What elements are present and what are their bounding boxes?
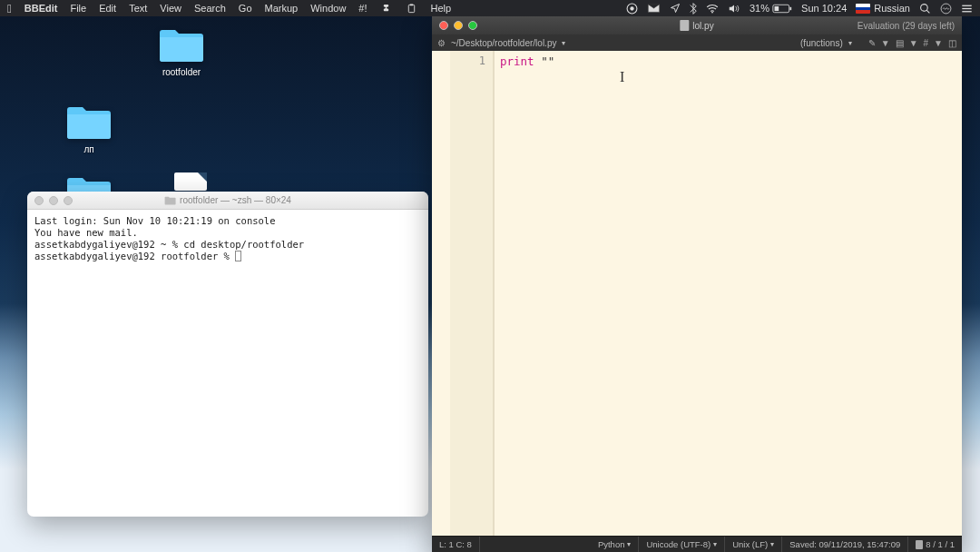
window-controls (432, 21, 477, 30)
notification-center-icon[interactable] (961, 4, 973, 14)
menu-window[interactable]: Window (310, 3, 346, 14)
editor-margin (432, 51, 450, 536)
evaluation-notice: Evaluation (29 days left) (858, 21, 955, 31)
functions-dropdown-icon[interactable]: ▾ (848, 39, 852, 47)
line-gutter: 1 (450, 51, 494, 536)
flag-russia-icon (856, 4, 870, 14)
zoom-button[interactable] (64, 196, 73, 205)
minimize-button[interactable] (454, 21, 463, 30)
mail-icon[interactable] (647, 3, 661, 14)
location-icon[interactable] (670, 3, 681, 14)
volume-icon[interactable] (728, 4, 740, 14)
line-ending-mode[interactable]: Unix (LF)▾ (725, 537, 782, 552)
document-stats[interactable]: 8 / 1 / 1 (908, 537, 962, 552)
hash-icon[interactable]: # (924, 38, 929, 48)
terminal-body[interactable]: Last login: Sun Nov 10 10:21:19 on conso… (27, 210, 428, 269)
terminal-title: rootfolder — ~zsh — 80×24 (164, 195, 291, 205)
folder-label: rootfolder (162, 67, 201, 77)
terminal-titlebar[interactable]: rootfolder — ~zsh — 80×24 (27, 192, 428, 210)
terminal-cursor (235, 251, 241, 261)
svg-point-4 (711, 11, 713, 13)
folder-icon (65, 104, 113, 141)
minimize-button[interactable] (49, 196, 58, 205)
folder-icon (65, 175, 113, 192)
close-button[interactable] (439, 21, 448, 30)
file-path[interactable]: ~/Desktop/rootfolder/lol.py (451, 38, 556, 48)
menu-view[interactable]: View (160, 3, 181, 14)
close-button[interactable] (34, 196, 44, 205)
menu-help[interactable]: Help (431, 3, 452, 14)
path-dropdown-icon[interactable]: ▾ (562, 39, 565, 47)
siri-icon[interactable] (940, 3, 952, 15)
svg-point-8 (921, 4, 928, 11)
desktop-file[interactable] (154, 172, 227, 191)
spotlight-icon[interactable] (919, 3, 931, 15)
line-number: 1 (450, 54, 485, 67)
sidebar-toggle-icon[interactable]: ◫ (948, 38, 956, 48)
folder-icon (164, 196, 176, 205)
editor-main: 1 print "" I (432, 51, 962, 536)
clock[interactable]: Sun 10:24 (801, 3, 847, 14)
menubar-right: 31% Sun 10:24 Russian (626, 3, 973, 15)
clipboard-menu-icon[interactable] (406, 2, 418, 15)
pencil-icon[interactable]: ✎ (868, 38, 876, 48)
svg-rect-0 (408, 5, 414, 12)
apple-menu-icon[interactable]:  (7, 2, 12, 15)
editor-statusbar: L: 1 C: 8 Python▾ Unicode (UTF-8)▾ Unix … (432, 536, 962, 552)
menu-shebang[interactable]: #! (358, 3, 367, 14)
svg-rect-7 (775, 5, 779, 10)
input-source[interactable]: Russian (856, 3, 910, 14)
svg-rect-6 (790, 6, 792, 9)
menu-edit[interactable]: Edit (99, 3, 116, 14)
encoding-mode[interactable]: Unicode (UTF-8)▾ (639, 537, 725, 552)
page-icon (916, 540, 923, 549)
menu-file[interactable]: File (70, 3, 86, 14)
cursor-position[interactable]: L: 1 C: 8 (432, 537, 480, 552)
functions-menu[interactable]: (functions) (800, 38, 843, 48)
document-icon (680, 20, 689, 31)
menu-text[interactable]: Text (129, 3, 147, 14)
folder-icon (158, 27, 205, 64)
code-text: "" (534, 54, 555, 68)
battery-status[interactable]: 31% (750, 3, 792, 14)
svg-line-9 (926, 10, 929, 13)
svg-point-3 (630, 6, 633, 10)
desktop-folder-partial[interactable] (53, 175, 125, 192)
chevron-down-icon[interactable]: ▼ (909, 38, 918, 48)
desktop-folder-rootfolder[interactable]: rootfolder (145, 27, 218, 77)
documents-icon[interactable]: ▤ (896, 38, 904, 48)
chevron-down-icon[interactable]: ▼ (881, 38, 890, 48)
editor-window: lol.py Evaluation (29 days left) ⚙ ~/Des… (432, 16, 962, 552)
language-mode[interactable]: Python▾ (591, 537, 640, 552)
wifi-icon[interactable] (706, 4, 719, 14)
saved-status: Saved: 09/11/2019, 15:47:09 (782, 537, 908, 552)
menubar:  BBEdit File Edit Text View Search Go M… (0, 0, 980, 16)
obs-icon[interactable] (626, 3, 638, 15)
text-cursor-icon: I (620, 69, 624, 85)
zoom-button[interactable] (468, 21, 477, 30)
editor-title: lol.py (680, 20, 713, 31)
bluetooth-icon[interactable] (690, 3, 697, 15)
window-controls (27, 196, 73, 205)
code-area[interactable]: print "" I (495, 51, 962, 536)
folder-label: лп (83, 144, 93, 154)
syntax-keyword: print (500, 54, 534, 68)
terminal-window: rootfolder — ~zsh — 80×24 Last login: Su… (27, 192, 428, 517)
desktop-folder-lp[interactable]: лп (53, 104, 125, 154)
menu-markup[interactable]: Markup (265, 3, 299, 14)
editor-titlebar[interactable]: lol.py Evaluation (29 days left) (432, 16, 962, 34)
menu-go[interactable]: Go (239, 3, 252, 14)
script-menu-icon[interactable] (380, 2, 393, 15)
svg-rect-1 (410, 4, 414, 5)
editor-pathbar: ⚙ ~/Desktop/rootfolder/lol.py ▾ (functio… (432, 34, 962, 51)
menu-search[interactable]: Search (194, 3, 226, 14)
chevron-down-icon[interactable]: ▼ (934, 38, 943, 48)
file-icon (174, 172, 207, 191)
app-name[interactable]: BBEdit (24, 3, 58, 14)
gear-icon[interactable]: ⚙ (437, 38, 446, 48)
menubar-left:  BBEdit File Edit Text View Search Go M… (7, 2, 451, 15)
